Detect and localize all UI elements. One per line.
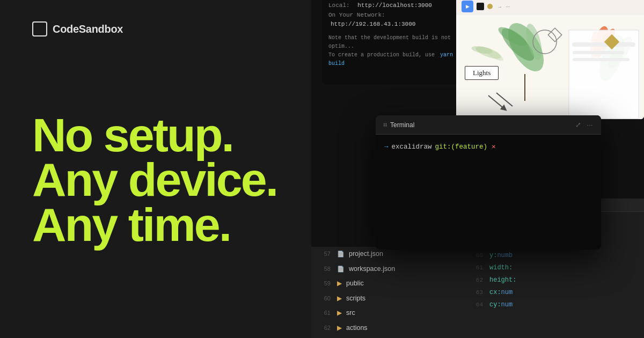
dev-server-window: Local: http://localhost:3000 On Your Net… <box>322 0 467 84</box>
prompt-x: ✕ <box>492 142 496 152</box>
folder-icon-public: ▶ <box>337 279 342 288</box>
line-num-61: 61 <box>320 309 331 317</box>
line-num-62: 62 <box>320 324 331 332</box>
file-name-project-json: project.json <box>349 249 383 259</box>
ln-60: 60 <box>470 251 483 261</box>
note-line2: To create a production build, use <box>328 52 435 58</box>
folder-icon-src: ▶ <box>337 308 342 318</box>
dev-server-note: Note that the development build is not o… <box>328 34 460 68</box>
line-num-58: 58 <box>320 265 331 273</box>
ln-61: 61 <box>470 263 483 273</box>
folder-icon-actions: ▶ <box>337 324 342 333</box>
folder-name-scripts: scripts <box>346 294 365 304</box>
terminal-titlebar: ⌗ Terminal ⤢ ··· <box>376 115 601 135</box>
line-num-57: 57 <box>320 250 331 258</box>
brand-name: CodeSandbox <box>53 23 123 35</box>
codesandbox-logo-icon <box>32 21 47 36</box>
terminal-body: → excalidraw git:(feature) ✕ <box>376 135 601 160</box>
ln-63: 63 <box>470 288 483 298</box>
excalidraw-play-btn[interactable]: ▶ <box>462 1 473 12</box>
excalidraw-tool-arrow[interactable]: → <box>497 4 502 10</box>
excalidraw-lights-label: Lights <box>465 66 499 80</box>
hero-headline: No setup. Any device. Any time. <box>32 113 279 247</box>
excalidraw-toolbar: ▶ → ··· <box>459 0 641 14</box>
terminal-title-text: Terminal <box>390 121 414 129</box>
folder-name-actions: actions <box>346 324 368 333</box>
headline-line1: No setup. <box>32 113 279 158</box>
network-label: On Your Network: <box>328 12 385 18</box>
line-num-60: 60 <box>320 295 331 303</box>
prompt-arrow: → <box>384 142 389 152</box>
terminal-icon: ⌗ <box>383 121 387 129</box>
file-tree-panel: 57 📄 project.json 58 📄 workspace.json 59… <box>311 247 462 338</box>
file-tree-item-scripts[interactable]: 60 ▶ scripts <box>311 291 462 306</box>
excalidraw-tool-diamond[interactable] <box>486 3 494 10</box>
headline-line2: Any device. <box>32 157 279 202</box>
terminal-controls[interactable]: ⤢ ··· <box>574 121 594 129</box>
local-label: Local: <box>328 2 350 9</box>
code-line-63: 63 cx: num <box>462 286 644 299</box>
excalidraw-more-tools[interactable]: ··· <box>506 4 510 10</box>
hero-panel: CodeSandbox No setup. Any device. Any ti… <box>0 0 311 338</box>
code-line-60: 60 y: numb <box>462 249 644 262</box>
ln-64: 64 <box>470 300 483 310</box>
file-icon-2: 📄 <box>337 265 345 273</box>
code-line-64: 64 cy: num <box>462 299 644 311</box>
excalidraw-window: ▶ → ··· <box>456 0 644 119</box>
code-line-62: 62 height: <box>462 274 644 286</box>
prompt-branch: git:(feature) <box>435 142 488 152</box>
right-panel: Local: http://localhost:3000 On Your Net… <box>311 0 644 338</box>
excalidraw-tool-rect[interactable] <box>477 3 484 10</box>
file-tree-item-workspace-json[interactable]: 58 📄 workspace.json <box>311 262 462 277</box>
prompt-dir: excalidraw <box>392 142 432 152</box>
folder-icon-scripts: ▶ <box>337 294 342 303</box>
dev-server-content: Local: http://localhost:3000 On Your Net… <box>322 0 467 74</box>
terminal-expand-btn[interactable]: ⤢ <box>574 121 582 129</box>
file-tree-item-src[interactable]: 61 ▶ src <box>311 306 462 321</box>
note-line1: Note that the development build is not o… <box>328 34 460 51</box>
folder-name-public: public <box>346 279 364 289</box>
line-num-59: 59 <box>320 280 331 288</box>
file-tree-item-actions[interactable]: 62 ▶ actions <box>311 321 462 336</box>
botanical-canvas: Lights <box>456 15 644 119</box>
terminal-prompt: → excalidraw git:(feature) ✕ <box>384 142 592 152</box>
network-url: http://192.168.43.1:3000 <box>331 21 415 27</box>
headline-line3: Any time. <box>32 202 279 247</box>
folder-name-src: src <box>346 308 355 318</box>
terminal-window: ⌗ Terminal ⤢ ··· → excalidraw git:(featu… <box>376 115 601 249</box>
ln-62: 62 <box>470 276 483 285</box>
dev-server-network: On Your Network: http://192.168.43.1:300… <box>328 11 460 30</box>
file-name-workspace-json: workspace.json <box>349 264 395 274</box>
file-tree-item-public[interactable]: 59 ▶ public <box>311 276 462 291</box>
local-url: http://localhost:3000 <box>357 2 432 9</box>
logo-container: CodeSandbox <box>32 21 123 36</box>
terminal-more-btn[interactable]: ··· <box>586 121 594 129</box>
file-icon: 📄 <box>337 250 345 258</box>
dev-server-local: Local: http://localhost:3000 <box>328 1 460 11</box>
terminal-title: ⌗ Terminal <box>383 121 414 129</box>
code-line-61: 61 width: <box>462 262 644 274</box>
